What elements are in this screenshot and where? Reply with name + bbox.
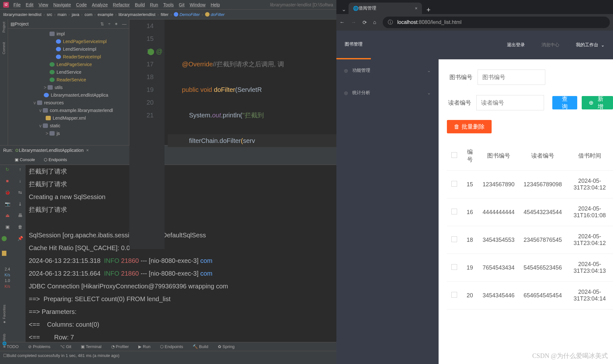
close-icon[interactable]: × <box>415 6 418 11</box>
debug-icon[interactable]: 🐞 <box>5 190 10 195</box>
git-tab[interactable]: ⌥ Git <box>60 344 71 349</box>
new-tab-button[interactable]: + <box>426 6 431 14</box>
close-icon[interactable]: × <box>86 148 89 153</box>
nav-logout[interactable]: 退出登录 <box>499 31 533 59</box>
top-nav: 图书管理 退出登录 消息中心 我的工作台 ⌄ <box>336 31 613 59</box>
terminal-tab[interactable]: ▣ Terminal <box>81 344 102 349</box>
tree-node[interactable]: LendService <box>8 68 129 76</box>
spring-tab[interactable]: ✿ Spring <box>218 344 234 349</box>
menu-refactor[interactable]: Refactor <box>113 2 130 7</box>
menu-analyze[interactable]: Analyze <box>92 2 108 7</box>
crumb[interactable]: main <box>57 12 66 17</box>
console-tab[interactable]: ▣ Console <box>15 157 35 162</box>
book-id-input[interactable] <box>478 70 545 85</box>
crumb[interactable]: filter <box>161 12 169 17</box>
camera-icon[interactable]: 📷 <box>5 201 10 206</box>
menu-run[interactable]: Run <box>150 2 158 7</box>
cell-book: 4444444444 <box>478 198 519 226</box>
crumb[interactable]: com <box>85 12 93 17</box>
tree-node[interactable]: vstatic <box>8 122 129 130</box>
stop-icon[interactable]: ■ <box>6 178 9 183</box>
cell-id: 16 <box>462 198 478 226</box>
checkbox[interactable] <box>451 181 457 187</box>
checkbox[interactable] <box>451 292 457 298</box>
menu-build[interactable]: Build <box>135 2 145 7</box>
up-icon[interactable]: ↑ <box>19 167 21 172</box>
reload-icon[interactable]: ⟳ <box>363 19 367 26</box>
exit-icon[interactable]: ⏏ <box>5 213 10 218</box>
menu-view[interactable]: View <box>39 2 48 7</box>
run-tab[interactable]: ▶ Run <box>138 344 150 349</box>
tree-node[interactable]: LibrarymasterLendlistApplica <box>8 91 129 99</box>
menu-edit[interactable]: Edit <box>26 2 34 7</box>
tab-dropdown-icon[interactable]: ⌄ <box>339 4 349 14</box>
tree-node[interactable]: LendPageService <box>8 61 129 68</box>
batch-delete-button[interactable]: 🗑批量删除 <box>447 120 492 133</box>
side-item-stats[interactable]: ◎统计分析⌄ <box>336 82 439 104</box>
reader-id-input[interactable] <box>476 95 544 110</box>
forward-icon[interactable]: → <box>351 19 356 25</box>
menu-file[interactable]: File <box>13 2 21 7</box>
menu-help[interactable]: Help <box>211 2 220 7</box>
browser-tab[interactable]: 🌐 借阅管理 × <box>349 3 422 14</box>
crumb[interactable]: librarymaster-lendlist <box>3 12 42 17</box>
chevron-down-icon: ⌄ <box>601 42 605 48</box>
tree-node[interactable]: ReaderServiceImpl <box>8 53 129 61</box>
endpoints-tab[interactable]: ⬡ Endpoints <box>160 344 183 349</box>
crumb-method[interactable]: doFilter <box>211 12 225 17</box>
crumb[interactable]: src <box>47 12 52 17</box>
crumb[interactable]: librarymasterlendlist <box>119 12 156 17</box>
query-button[interactable]: 查询 <box>552 96 577 109</box>
clear-icon[interactable]: 🗑 <box>18 224 22 229</box>
nav-workbench[interactable]: 我的工作台 ⌄ <box>568 31 613 59</box>
wrap-icon[interactable]: ⇆ <box>18 190 22 195</box>
problems-tab[interactable]: ⊘ Problems <box>28 344 50 349</box>
favorites-tool-tab[interactable]: ★ Favorites <box>2 305 6 324</box>
pin-icon[interactable]: 📌 <box>18 236 23 241</box>
checkbox[interactable] <box>451 264 457 270</box>
rerun-icon[interactable]: ↻ <box>5 167 9 172</box>
commit-tool-tab[interactable]: Commit <box>2 42 6 54</box>
checkbox[interactable] <box>451 152 457 158</box>
tree-node[interactable]: vresources <box>8 99 129 107</box>
back-icon[interactable]: ← <box>340 19 345 25</box>
crumb[interactable]: example <box>98 12 113 17</box>
checkbox[interactable] <box>451 236 457 242</box>
menu-window[interactable]: Window <box>190 2 206 7</box>
tree-node[interactable]: LendMapper.xml <box>8 114 129 122</box>
nav-book-manage[interactable]: 图书管理 <box>336 31 371 59</box>
address-bar[interactable]: ⓘ localhost:8080/lend_list.html <box>383 17 610 28</box>
tree-node[interactable]: vcom.example.librarymasterlendl <box>8 107 129 114</box>
tree-node[interactable]: >utils <box>8 84 129 91</box>
menu-git[interactable]: Git <box>179 2 185 7</box>
scroll-icon[interactable]: ⤓ <box>18 201 22 206</box>
tree-node[interactable]: LendPageServiceImpl <box>8 38 129 45</box>
checkbox[interactable] <box>451 209 457 214</box>
console-output[interactable]: 拦截到了请求拦截到了请求Creating a new SqlSession拦截到… <box>26 165 336 342</box>
tree-node[interactable]: >js <box>8 130 129 137</box>
override-icon[interactable]: ⬤ @ <box>147 45 163 58</box>
tree-node[interactable]: ReaderService <box>8 76 129 84</box>
project-tool-tab[interactable]: Project <box>2 22 6 33</box>
crumb[interactable]: java <box>72 12 79 17</box>
nav-msg[interactable]: 消息中心 <box>533 31 568 59</box>
home-icon[interactable]: ⌂ <box>373 19 376 25</box>
side-item-func[interactable]: ◎功能管理⌄ <box>336 59 439 82</box>
add-button[interactable]: ⊕新增 <box>582 96 613 109</box>
layout-icon[interactable]: ▣ <box>5 224 10 229</box>
print-icon[interactable]: 🖶 <box>18 213 22 218</box>
down-icon[interactable]: ↓ <box>19 178 21 183</box>
project-tree[interactable]: implLendPageServiceImplLendServiceImplRe… <box>8 29 129 145</box>
tree-node[interactable]: impl <box>8 30 129 38</box>
crumb-class[interactable]: DemoFilter <box>180 12 200 17</box>
web-tool-tab[interactable]: 🌐 Web <box>2 334 6 346</box>
project-tools[interactable]: ⇅÷✶— <box>100 21 126 26</box>
profiler-tab[interactable]: ◔ Profiler <box>111 344 129 349</box>
menu-navigate[interactable]: Navigate <box>53 2 71 7</box>
site-info-icon[interactable]: ⓘ <box>388 19 393 26</box>
endpoints-tab[interactable]: ⬡ Endpoints <box>44 157 67 162</box>
tree-node[interactable]: LendServiceImpl <box>8 45 129 53</box>
build-tab[interactable]: 🔨 Build <box>193 344 208 349</box>
menu-code[interactable]: Code <box>76 2 87 7</box>
menu-tools[interactable]: Tools <box>163 2 174 7</box>
